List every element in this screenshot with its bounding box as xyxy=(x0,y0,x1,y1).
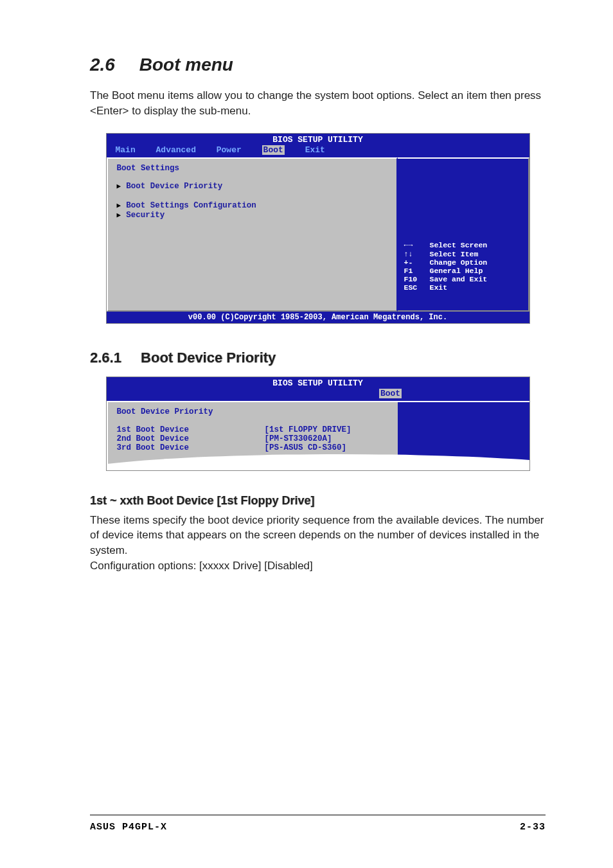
submenu-boot-settings-config[interactable]: ▶ Boot Settings Configuration xyxy=(117,201,387,210)
submenu-label: Boot Settings Configuration xyxy=(126,201,256,210)
help-key: F1 xyxy=(404,267,430,275)
bios-panel-title: Boot Device Priority xyxy=(117,407,389,416)
bios-panel-title: Boot Settings xyxy=(117,164,387,173)
bios-utility-title: BIOS SETUP UTILITY xyxy=(107,134,529,145)
bios-tab-boot[interactable]: Boot xyxy=(379,389,402,398)
help-action: Exit xyxy=(430,283,448,292)
bios-screenshot-device-priority: BIOS SETUP UTILITY Boot Boot Device Prio… xyxy=(106,376,530,471)
bios-left-panel: Boot Settings ▶ Boot Device Priority ▶ B… xyxy=(107,157,398,312)
help-action: General Help xyxy=(430,267,483,275)
section-number: 2.6 xyxy=(90,55,115,75)
page-footer: ASUS P4GPL-X 2-33 xyxy=(90,815,546,833)
subsection-heading: 2.6.1 Boot Device Priority xyxy=(90,350,546,366)
bios-copyright-footer: v00.00 (C)Copyright 1985-2003, American … xyxy=(107,312,529,323)
help-key: ESC xyxy=(404,283,430,292)
help-action: Change Option xyxy=(430,258,488,267)
boot-device-value: [1st FLOPPY DRIVE] xyxy=(265,425,351,434)
triangle-icon: ▶ xyxy=(117,182,121,190)
bios-screenshot-boot-settings: BIOS SETUP UTILITY Main Advanced Power B… xyxy=(106,133,530,324)
submenu-label: Security xyxy=(126,211,164,220)
bios-menubar: Boot xyxy=(107,388,529,401)
help-key: F10 xyxy=(404,275,430,283)
boot-device-row-2[interactable]: 2nd Boot Device [PM-ST330620A] xyxy=(117,434,389,443)
help-key: ↑↓ xyxy=(404,250,430,258)
boot-device-label: 1st Boot Device xyxy=(117,425,265,434)
option-heading: 1st ~ xxth Boot Device [1st Floppy Drive… xyxy=(90,494,546,508)
boot-device-label: 3rd Boot Device xyxy=(117,443,265,452)
subsection-number: 2.6.1 xyxy=(90,350,121,366)
triangle-icon: ▶ xyxy=(117,201,121,209)
help-action: Save and Exit xyxy=(430,275,488,283)
submenu-boot-device-priority[interactable]: ▶ Boot Device Priority xyxy=(117,182,387,191)
boot-device-row-3[interactable]: 3rd Boot Device [PS-ASUS CD-S360] xyxy=(117,443,389,452)
bios-body: Boot Settings ▶ Boot Device Priority ▶ B… xyxy=(107,157,529,312)
intro-paragraph: The Boot menu items allow you to change … xyxy=(90,88,546,119)
boot-device-label: 2nd Boot Device xyxy=(117,434,265,443)
bios-tab-power[interactable]: Power xyxy=(217,145,242,155)
footer-model: ASUS P4GPL-X xyxy=(90,822,167,833)
bios-menubar: Main Advanced Power Boot Exit xyxy=(107,145,529,157)
boot-device-row-1[interactable]: 1st Boot Device [1st FLOPPY DRIVE] xyxy=(117,425,389,434)
section-title-text: Boot menu xyxy=(139,55,233,75)
option-config-line: Configuration options: [xxxxx Drive] [Di… xyxy=(90,558,546,574)
help-action: Select Screen xyxy=(430,241,488,249)
submenu-security[interactable]: ▶ Security xyxy=(117,211,387,220)
help-action: Select Item xyxy=(430,250,479,258)
bios-tab-boot[interactable]: Boot xyxy=(262,145,285,155)
triangle-icon: ▶ xyxy=(117,211,121,219)
bios-tab-main[interactable]: Main xyxy=(116,145,136,155)
subsection-title-text: Boot Device Priority xyxy=(141,350,276,366)
boot-device-value: [PS-ASUS CD-S360] xyxy=(265,443,347,452)
submenu-label: Boot Device Priority xyxy=(126,182,222,191)
bios-tab-advanced[interactable]: Advanced xyxy=(156,145,196,155)
help-key: +- xyxy=(404,258,430,267)
section-heading: 2.6 Boot menu xyxy=(90,55,546,75)
bios-tab-exit[interactable]: Exit xyxy=(305,145,325,155)
boot-device-value: [PM-ST330620A] xyxy=(265,434,332,443)
footer-page-number: 2-33 xyxy=(520,822,546,833)
bios-help-keys: ←→Select Screen ↑↓Select Item +-Change O… xyxy=(404,241,488,292)
bios-body: Boot Device Priority 1st Boot Device [1s… xyxy=(107,401,529,470)
option-description: These items specify the boot device prio… xyxy=(90,513,546,558)
help-key: ←→ xyxy=(404,241,430,249)
bios-utility-title: BIOS SETUP UTILITY xyxy=(107,377,529,388)
bios-help-panel: ←→Select Screen ↑↓Select Item +-Change O… xyxy=(398,157,529,312)
